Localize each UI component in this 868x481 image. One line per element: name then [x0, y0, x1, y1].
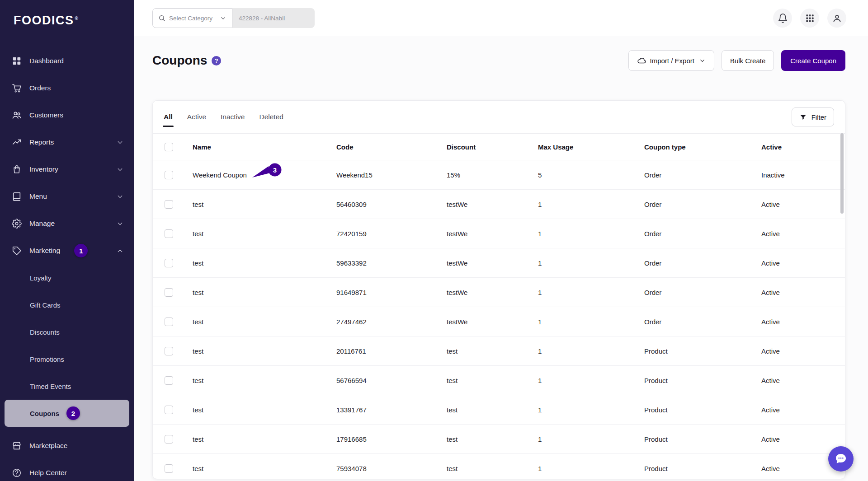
- table-row[interactable]: test72420159testWe1OrderActive: [153, 219, 845, 248]
- column-header-coupon-type: Coupon type: [644, 143, 761, 151]
- filter-label: Filter: [811, 113, 826, 121]
- sidebar-item-dashboard[interactable]: Dashboard: [0, 47, 134, 75]
- chevron-down-icon: [116, 139, 124, 146]
- cell-discount: 15%: [447, 171, 538, 179]
- table-row[interactable]: test20116761test1ProductActive: [153, 336, 845, 366]
- chevron-up-icon: [116, 247, 124, 255]
- row-checkbox[interactable]: [165, 347, 173, 355]
- global-search: Select Category: [152, 8, 315, 28]
- sidebar-item-customers[interactable]: Customers: [0, 102, 134, 129]
- cell-name: test: [193, 201, 336, 208]
- cell-discount: testWe: [447, 318, 538, 326]
- select-all-checkbox[interactable]: [165, 143, 173, 151]
- account-search-input[interactable]: [232, 8, 315, 28]
- customers-icon: [12, 110, 22, 120]
- sidebar-item-discounts[interactable]: Discounts: [0, 318, 134, 346]
- sidebar: FOODICS® DashboardOrdersCustomersReports…: [0, 0, 134, 481]
- cell-max-usage: 5: [538, 171, 644, 179]
- table-row[interactable]: test27497462testWe1OrderActive: [153, 307, 845, 336]
- foodics-logo[interactable]: FOODICS®: [0, 0, 134, 28]
- column-header-name: Name: [193, 143, 336, 151]
- row-checkbox[interactable]: [165, 229, 173, 238]
- create-coupon-button[interactable]: Create Coupon: [781, 50, 845, 71]
- table-row[interactable]: test13391767test1ProductActive: [153, 395, 845, 425]
- row-checkbox[interactable]: [165, 200, 173, 209]
- coupon-name: test: [193, 289, 203, 296]
- cell-active: Active: [761, 201, 845, 208]
- row-checkbox[interactable]: [165, 435, 173, 444]
- sidebar-item-marketplace[interactable]: Marketplace: [0, 432, 134, 459]
- tab-inactive[interactable]: Inactive: [221, 101, 245, 133]
- orders-icon: [12, 83, 22, 93]
- sidebar-item-gift-cards[interactable]: Gift Cards: [0, 291, 134, 318]
- tab-active[interactable]: Active: [187, 101, 206, 133]
- column-header-discount: Discount: [447, 143, 538, 151]
- chevron-down-icon: [116, 220, 124, 228]
- row-checkbox[interactable]: [165, 376, 173, 385]
- import-export-button[interactable]: Import / Export: [628, 50, 714, 71]
- table-row[interactable]: test17916685test1ProductActive: [153, 425, 845, 454]
- notifications-button[interactable]: [773, 9, 792, 28]
- table-row[interactable]: test59633392testWe1OrderActive: [153, 248, 845, 278]
- sidebar-item-orders[interactable]: Orders: [0, 75, 134, 102]
- apps-button[interactable]: [800, 9, 819, 28]
- row-checkbox[interactable]: [165, 288, 173, 297]
- filter-button[interactable]: Filter: [792, 107, 834, 126]
- cell-coupon-type: Product: [644, 406, 761, 414]
- column-header-max-usage: Max Usage: [538, 143, 644, 151]
- row-checkbox[interactable]: [165, 318, 173, 326]
- cell-code: 72420159: [336, 230, 447, 238]
- coupon-name: test: [193, 347, 203, 355]
- row-checkbox[interactable]: [165, 406, 173, 414]
- sidebar-item-manage[interactable]: Manage: [0, 210, 134, 237]
- sidebar-item-menu[interactable]: Menu: [0, 183, 134, 210]
- table-row[interactable]: test75934078test1ProductActive: [153, 454, 845, 479]
- cell-name: test: [193, 406, 336, 414]
- cell-max-usage: 1: [538, 230, 644, 238]
- row-checkbox[interactable]: [165, 464, 173, 473]
- cell-name: test: [193, 259, 336, 267]
- row-checkbox-cell: [153, 200, 193, 209]
- cell-name: test: [193, 465, 336, 472]
- table-row[interactable]: Weekend Coupon3Weekend1515%5OrderInactiv…: [153, 160, 845, 190]
- account-button[interactable]: [827, 9, 846, 28]
- sidebar-item-inventory[interactable]: Inventory: [0, 156, 134, 183]
- category-select[interactable]: Select Category: [152, 8, 232, 28]
- reports-icon: [12, 137, 22, 147]
- tab-all[interactable]: All: [164, 101, 173, 133]
- sidebar-item-promotions[interactable]: Promotions: [0, 346, 134, 373]
- sidebar-item-marketing[interactable]: Marketing1: [0, 237, 134, 264]
- sidebar-item-label: Help Center: [29, 469, 67, 477]
- sidebar-item-label: Menu: [29, 192, 47, 201]
- cell-coupon-type: Order: [644, 289, 761, 296]
- cell-active: Active: [761, 318, 845, 326]
- tab-deleted[interactable]: Deleted: [259, 101, 283, 133]
- sidebar-item-loyalty[interactable]: Loyalty: [0, 264, 134, 291]
- table-row[interactable]: test91649871testWe1OrderActive: [153, 278, 845, 307]
- sidebar-item-coupons[interactable]: Coupons2: [5, 400, 129, 427]
- table-scrollbar[interactable]: [840, 133, 844, 214]
- row-checkbox[interactable]: [165, 171, 173, 179]
- sidebar-item-timed-events[interactable]: Timed Events: [0, 373, 134, 400]
- table-row[interactable]: test56460309testWe1OrderActive: [153, 190, 845, 219]
- sidebar-item-help-center[interactable]: Help Center: [0, 459, 134, 481]
- cell-name: test: [193, 318, 336, 326]
- sidebar-item-label: Dashboard: [29, 57, 64, 65]
- help-icon[interactable]: ?: [212, 56, 221, 65]
- table-row[interactable]: test56766594test1ProductActive: [153, 366, 845, 395]
- tour-step-badge: 2: [66, 406, 80, 420]
- cell-active: Active: [761, 347, 845, 355]
- chevron-down-icon: [699, 57, 706, 64]
- sidebar-item-reports[interactable]: Reports: [0, 129, 134, 156]
- cell-name: test: [193, 347, 336, 355]
- row-checkbox[interactable]: [165, 259, 173, 267]
- cell-code: Weekend15: [336, 171, 447, 179]
- chat-widget-button[interactable]: [828, 446, 854, 472]
- coupon-name: test: [193, 201, 203, 208]
- bulk-create-button[interactable]: Bulk Create: [722, 50, 774, 71]
- sidebar-item-label: Marketing: [29, 247, 60, 255]
- row-checkbox-cell: [153, 376, 193, 385]
- cell-discount: testWe: [447, 230, 538, 238]
- topbar: Select Category: [134, 0, 868, 36]
- cell-name: Weekend Coupon3: [193, 166, 336, 184]
